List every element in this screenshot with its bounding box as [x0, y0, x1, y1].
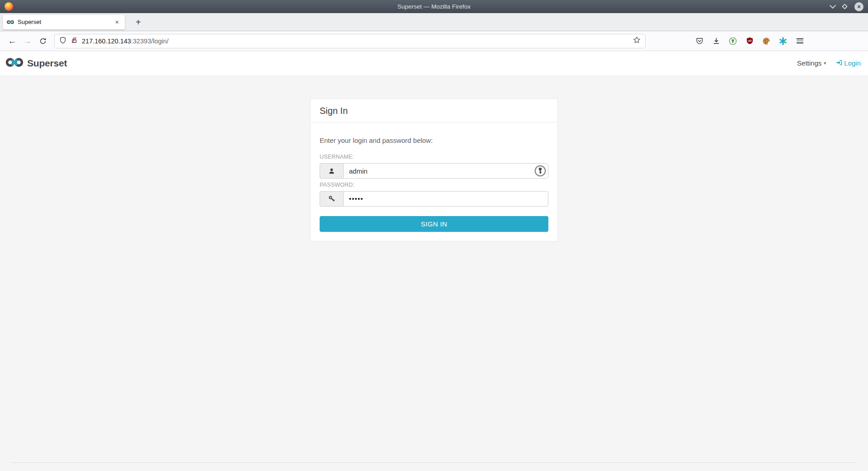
password-manager-icon[interactable] — [534, 165, 546, 179]
cookie-extension-icon[interactable] — [760, 34, 773, 48]
navigation-toolbar: ← → 217.160.120.143:32393/login/ — [0, 31, 868, 51]
pocket-icon[interactable] — [693, 34, 706, 48]
insecure-lock-icon[interactable] — [71, 37, 78, 46]
window-close-button[interactable]: × — [854, 2, 863, 11]
browser-window: Superset — Mozilla Firefox × Superset × … — [0, 0, 868, 471]
brand-name: Superset — [27, 58, 67, 69]
url-bar[interactable]: 217.160.120.143:32393/login/ — [54, 34, 646, 48]
tab-strip: Superset × + — [0, 13, 868, 31]
instruction-text: Enter your login and password below: — [320, 137, 548, 144]
window-title: Superset — Mozilla Firefox — [397, 3, 471, 10]
user-icon — [320, 163, 343, 179]
title-bar: Superset — Mozilla Firefox × — [0, 0, 868, 13]
username-group — [320, 163, 548, 179]
new-tab-button[interactable]: + — [132, 18, 145, 27]
window-minimize-button[interactable] — [830, 2, 836, 9]
tab-close-icon[interactable]: × — [113, 18, 121, 26]
window-maximize-button[interactable] — [842, 4, 848, 9]
url-path: :32393/login/ — [131, 38, 169, 45]
ublock-origin-icon[interactable]: uO — [743, 34, 756, 48]
password-group — [320, 191, 548, 207]
back-button[interactable]: ← — [5, 34, 20, 48]
page-content: Sign In Enter your login and password be… — [0, 75, 868, 471]
extension-green-globe-icon[interactable] — [726, 34, 740, 48]
password-label: PASSWORD: — [320, 182, 548, 188]
panel-body: Enter your login and password below: USE… — [311, 122, 557, 241]
menu-hamburger-icon[interactable] — [793, 34, 807, 48]
superset-header: Superset Settings ▾ Login — [0, 51, 868, 75]
panel-title: Sign In — [311, 99, 557, 122]
key-icon — [320, 191, 343, 207]
firefox-icon — [5, 2, 13, 11]
footer-divider — [11, 462, 857, 463]
superset-infinity-icon — [5, 57, 24, 69]
chevron-down-icon: ▾ — [824, 61, 826, 66]
password-input[interactable] — [343, 191, 548, 207]
sign-in-icon — [836, 59, 843, 67]
login-label: Login — [844, 59, 861, 67]
toolbar-extensions: uO — [693, 34, 807, 48]
superset-favicon-icon — [7, 18, 14, 26]
header-right: Settings ▾ Login — [797, 59, 861, 67]
sign-in-panel: Sign In Enter your login and password be… — [310, 99, 558, 241]
username-label: USERNAME: — [320, 154, 548, 160]
ublock-badge-text: uO — [748, 39, 752, 42]
superset-logo[interactable]: Superset — [5, 57, 67, 69]
login-link[interactable]: Login — [836, 59, 861, 67]
url-host: 217.160.120.143 — [82, 38, 131, 45]
reload-button[interactable] — [35, 34, 51, 48]
forward-button[interactable]: → — [20, 34, 35, 48]
username-input[interactable] — [343, 163, 548, 179]
url-text: 217.160.120.143:32393/login/ — [82, 38, 629, 45]
tab-title: Superset — [18, 19, 110, 25]
sign-in-button[interactable]: SIGN IN — [320, 216, 548, 232]
shield-icon[interactable] — [59, 37, 66, 46]
settings-label: Settings — [797, 59, 821, 67]
bookmark-star-icon[interactable] — [633, 36, 641, 46]
settings-menu[interactable]: Settings ▾ — [797, 59, 826, 67]
colorful-asterisk-extension-icon[interactable] — [776, 34, 790, 48]
window-controls: × — [830, 2, 863, 11]
tab-superset[interactable]: Superset × — [3, 15, 125, 29]
downloads-icon[interactable] — [709, 34, 723, 48]
